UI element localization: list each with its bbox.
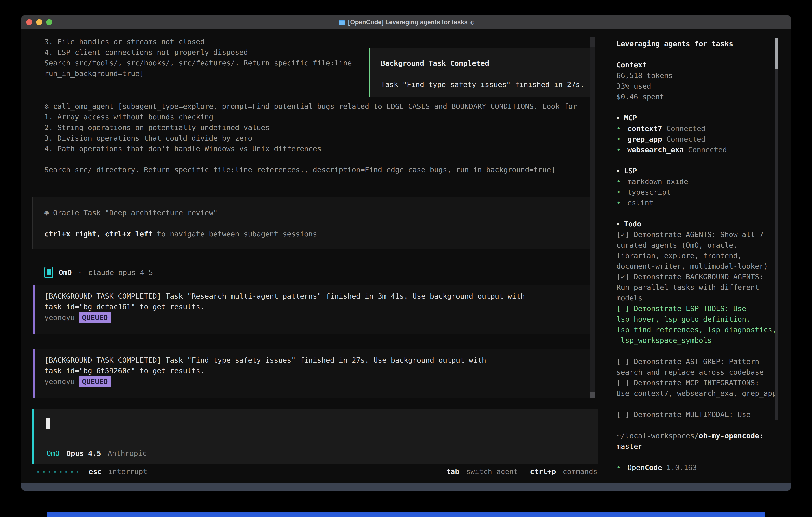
- input-model-name: Opus 4.5: [66, 448, 101, 459]
- todo-item-pending: [ ] Demonstrate MCP INTEGRATIONS: Use co…: [616, 377, 779, 399]
- scrollback-line: Search src/tools/, src/hooks/, src/featu…: [45, 58, 352, 68]
- lsp-item: • typescript: [616, 187, 779, 197]
- spinner-icon: ▪▪▪▪▪▪▪▪: [37, 466, 82, 477]
- desktop: [OpenCode] Leveraging agents for tasks ◐…: [0, 0, 812, 517]
- message-line: [BACKGROUND TASK COMPLETED] Task "Find t…: [45, 355, 591, 365]
- folder-icon: [338, 19, 345, 25]
- todo-item-done: [✓] Demonstrate AGENTS: Show all 7 curat…: [616, 229, 779, 272]
- oracle-hint-keys: ctrl+x right, ctrl+x left: [45, 230, 153, 238]
- ctrlp-key-label: commands: [563, 466, 598, 477]
- oracle-hint-text: to navigate between subagent sessions: [153, 230, 317, 238]
- context-spent: $0.46 spent: [616, 91, 779, 102]
- scrollback-line: 3. File handles or streams not closed: [45, 36, 352, 47]
- chat-scrollback: 3. File handles or streams not closed 4.…: [45, 36, 352, 79]
- todo-section-header[interactable]: ▼ Todo: [616, 219, 779, 229]
- background-task-message: [BACKGROUND TASK COMPLETED] Task "Resear…: [33, 285, 591, 334]
- chevron-down-icon: ▼: [616, 219, 619, 229]
- agent-separator: ·: [78, 267, 82, 278]
- mcp-status: Connected: [666, 124, 705, 133]
- lsp-name: eslint: [628, 197, 654, 208]
- message-line: task_id="bg_6f59260c" to get results.: [45, 365, 591, 376]
- tab-key-hint: tab: [446, 466, 459, 477]
- lsp-section-header[interactable]: ▼ LSP: [616, 166, 779, 176]
- agent-header: OmO · claude-opus-4-5: [45, 265, 153, 280]
- mcp-section-header[interactable]: ▼ MCP: [616, 113, 779, 123]
- ctrlp-key-hint: ctrl+p: [530, 466, 556, 477]
- tool-call-block: ⚙ call_omo_agent [subagent_type=explore,…: [45, 101, 577, 154]
- tool-call-item: 2. String operations on potentially unde…: [45, 122, 577, 133]
- status-dot-icon: •: [616, 123, 628, 134]
- lsp-heading: LSP: [624, 166, 637, 176]
- titlebar[interactable]: [OpenCode] Leveraging agents for tasks ◐: [21, 15, 791, 30]
- record-icon: ◉: [45, 209, 49, 217]
- lsp-item: • eslint: [616, 197, 779, 208]
- todo-item-pending: [ ] Demonstrate AST-GREP: Pattern search…: [616, 356, 779, 377]
- status-dot-icon: •: [616, 144, 628, 155]
- workspace-path: ~/local-workspaces/oh-my-opencode:: [616, 430, 779, 441]
- text-cursor: [46, 418, 50, 429]
- session-half-circle-icon: ◐: [470, 19, 474, 26]
- message-line: [BACKGROUND TASK COMPLETED] Task "Resear…: [45, 291, 591, 301]
- tool-call-item: 3. Division operations that could divide…: [45, 133, 577, 143]
- mcp-name: grep_app: [628, 135, 662, 143]
- oracle-task-box: ◉ Oracle Task "Deep architecture review"…: [32, 197, 591, 249]
- status-badge: QUEUED: [79, 376, 111, 387]
- workspace-repo: oh-my-opencode:: [699, 432, 764, 440]
- lsp-name: typescript: [628, 187, 671, 197]
- lsp-item: • markdown-oxide: [616, 176, 779, 187]
- chat-scrollbar[interactable]: [590, 37, 594, 398]
- chat-scrollbar-thumb[interactable]: [590, 392, 594, 398]
- status-dot-icon: •: [616, 197, 628, 208]
- mcp-item: • websearch_exa Connected: [616, 144, 779, 155]
- version-number: 1.0.163: [666, 463, 697, 472]
- notification-body: Task "Find type safety issues" finished …: [381, 79, 592, 90]
- todo-item-active: [ ] Demonstrate LSP TOOLS: Use lsp_hover…: [616, 303, 779, 346]
- chat-scrollbar-top-segment: [590, 37, 594, 47]
- terminal-content: 3. File handles or streams not closed 4.…: [21, 29, 791, 483]
- tool-call-footer: Search src/ directory. Return specific f…: [45, 164, 555, 175]
- todo-heading: Todo: [624, 219, 641, 229]
- input-provider-name: Anthropic: [108, 448, 147, 459]
- esc-key-hint: esc: [88, 466, 102, 477]
- context-heading: Context: [616, 60, 779, 70]
- window-title: [OpenCode] Leveraging agents for tasks: [348, 19, 468, 26]
- tab-key-label: switch agent: [466, 466, 518, 477]
- chevron-down-icon: ▼: [616, 166, 619, 176]
- mcp-name: websearch_exa: [628, 145, 684, 154]
- chevron-down-icon: ▼: [616, 113, 619, 123]
- todo-item-done: [✓] Demonstrate BACKGROUND AGENTS: Run p…: [616, 272, 779, 303]
- window-bottom-strip: [21, 483, 791, 491]
- mcp-name: context7: [628, 124, 662, 133]
- tool-call-item: 1. Array access without bounds checking: [45, 112, 577, 122]
- opencode-window: [OpenCode] Leveraging agents for tasks ◐…: [21, 15, 791, 491]
- sidebar-scrollbar-thumb[interactable]: [775, 38, 778, 69]
- sidebar: Leveraging agents for tasks Context 66,5…: [616, 38, 779, 473]
- notification-title: Background Task Completed: [381, 58, 592, 69]
- status-badge: QUEUED: [79, 312, 111, 323]
- mcp-item: • grep_app Connected: [616, 134, 779, 144]
- message-author: yeongyu: [45, 377, 75, 386]
- mcp-heading: MCP: [624, 113, 637, 123]
- agent-model: claude-opus-4-5: [88, 267, 153, 278]
- background-task-notification: Background Task Completed Task "Find typ…: [369, 48, 593, 97]
- sidebar-scrollbar[interactable]: [775, 38, 778, 420]
- input-model-row: OmO Opus 4.5 Anthropic: [47, 448, 147, 459]
- message-author: yeongyu: [45, 314, 75, 322]
- window-title-wrap: [OpenCode] Leveraging agents for tasks ◐: [21, 15, 791, 29]
- workspace-branch: master: [616, 441, 779, 452]
- status-dot-icon: •: [616, 187, 628, 197]
- scrollback-line: 4. LSP client connections not properly d…: [45, 47, 352, 58]
- lsp-name: markdown-oxide: [628, 176, 688, 187]
- agent-name: OmO: [59, 267, 72, 278]
- omo-agent-icon: [45, 267, 53, 278]
- status-bar: ▪▪▪▪▪▪▪▪ esc interrupt tab switch agent …: [37, 466, 598, 477]
- mcp-status: Connected: [666, 135, 705, 143]
- background-task-message: [BACKGROUND TASK COMPLETED] Task "Find t…: [33, 349, 591, 398]
- version-row: • OpenCode 1.0.163: [616, 462, 779, 473]
- status-dot-icon: •: [616, 462, 628, 473]
- oracle-task-title: Oracle Task "Deep architecture review": [53, 209, 218, 217]
- gear-icon: ⚙: [45, 102, 49, 110]
- status-dot-icon: •: [616, 134, 628, 144]
- prompt-input[interactable]: OmO Opus 4.5 Anthropic: [32, 409, 599, 464]
- tool-call-item: 4. Path operations that don't handle Win…: [45, 143, 577, 154]
